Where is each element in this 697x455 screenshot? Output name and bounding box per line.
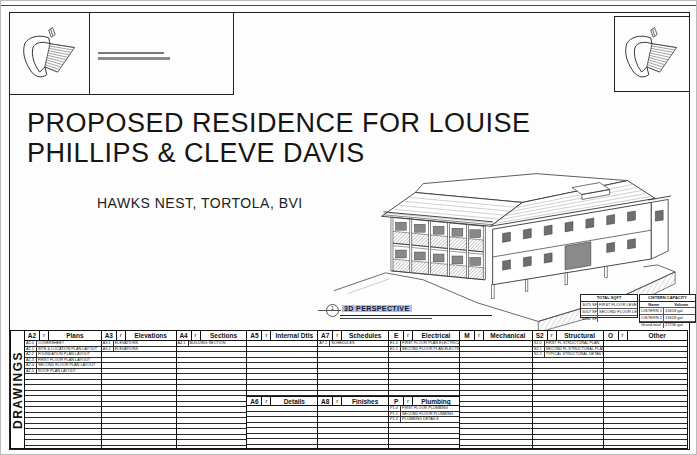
index-empty-row	[604, 446, 687, 449]
drawings-index-groups: A2rPlansA2.0COVERSHEETA2.1SITE & LOCATIO…	[25, 331, 687, 448]
index-group-name: Schedules	[342, 331, 388, 340]
index-group-code: M	[460, 331, 475, 340]
index-group-body	[604, 341, 687, 448]
index-group-structural: S2rStructuralS2.0FIRST FL STRUCTURAL PLA…	[533, 331, 604, 448]
index-subgroup-header: A6rDetails	[247, 396, 317, 406]
firm-info-cell	[90, 13, 233, 94]
cistern-name: Grand total	[640, 322, 664, 328]
sheet-title: SECOND FLOOR PLUMBING	[401, 412, 459, 417]
sheet-number: A2.1	[25, 347, 37, 352]
index-subgroup-rev: r	[404, 397, 413, 405]
cistern-volume: 27236 gal	[664, 322, 695, 328]
sheet-title: ELEVATIONS	[114, 341, 176, 346]
index-group-name: Sections	[201, 331, 247, 340]
sqft-value: 6132 SF	[581, 316, 598, 322]
sqft-level: SECOND FLOOR LEVEL	[598, 309, 637, 315]
sheet-number: S2.2	[533, 352, 545, 357]
sheet-number: E1.1	[389, 347, 401, 352]
sheet-title: BUILDING SECTION	[189, 341, 247, 346]
sqft-row: 3057 SFSECOND FLOOR LEVEL	[581, 309, 637, 316]
index-group-code: A4	[177, 331, 192, 340]
index-subgroup-name: Details	[271, 397, 317, 406]
index-group-sections: A4rSectionsA4.1BUILDING SECTION	[177, 331, 248, 448]
index-group-rev: r	[475, 331, 484, 340]
logo-cell-right	[614, 16, 690, 92]
index-group-name: Other	[628, 331, 687, 340]
index-group-other: OrOther	[604, 331, 687, 448]
index-group-body: E1.0FIRST FLOOR PLAN ELECTRICALE1.1SECON…	[389, 341, 459, 448]
index-subgroup-name: Finishes	[342, 397, 388, 406]
sheet-top-rule	[1, 5, 697, 6]
index-subgroup-code: A6	[247, 397, 262, 405]
cistern-row: CISTERN 213618 gal	[640, 315, 695, 322]
sqft-level	[598, 316, 637, 322]
bird-logo-icon	[19, 20, 81, 88]
sheet-title: SECOND FLOOR PLAN LAYOUT	[37, 363, 101, 368]
index-group-body: A6rDetails	[247, 341, 317, 448]
index-group-rev: r	[262, 331, 271, 340]
index-empty-row	[102, 446, 176, 449]
drawings-side-label: DRAWINGS	[11, 351, 25, 429]
index-group-schedules: A7rSchedulesA7.1SCHEDULESA8rFinishes	[318, 331, 389, 448]
sqft-row: 6132 SF	[581, 316, 637, 322]
index-subgroup-header: PrPlumbing	[389, 396, 459, 406]
sheet: PROPOSED RESIDENCE FOR LOUISE PHILLIPS &…	[0, 0, 697, 455]
sheet-number: A2.3	[25, 358, 37, 363]
index-group-mechanical: MrMechanical	[460, 331, 533, 448]
sheet-title: SITE & LOCATION PLAN LAYOUT	[37, 347, 101, 352]
view-title-rule	[340, 318, 432, 319]
sheet-title: FOUNDATION PLAN LAYOUT	[37, 352, 101, 357]
index-subgroup-rev: r	[262, 397, 271, 405]
index-group-code: E	[389, 331, 404, 340]
sheet-title: ELEVATIONS	[114, 347, 176, 352]
index-group-rev: r	[404, 331, 413, 340]
sqft-row: 3075 SFFIRST FLOOR LEVEL	[581, 302, 637, 309]
sheet-number: A7.1	[318, 341, 330, 346]
page-title-line2: PHILLIPS & CLEVE DAVIS	[27, 138, 531, 168]
index-group-header: ErElectrical	[389, 331, 459, 341]
index-group-header: S2rStructural	[533, 331, 603, 341]
index-group-header: A3rElevations	[102, 331, 176, 341]
sheet-title: SECOND FL STRUCTURAL PLAN	[545, 347, 603, 352]
index-group-code: A7	[318, 331, 333, 340]
view-title-callout: 1 3D PERSPECTIVE	[318, 302, 498, 324]
index-group-code: S2	[533, 331, 548, 340]
sheet-number: A2.4	[25, 363, 37, 368]
sheet-title: FIRST FL STRUCTURAL PLAN	[545, 341, 603, 346]
sheet-border: PROPOSED RESIDENCE FOR LOUISE PHILLIPS &…	[9, 12, 690, 450]
index-group-name: Mechanical	[484, 331, 532, 340]
sheet-number: S2.1	[533, 347, 545, 352]
cistern-header: CISTERN CAPACITY	[640, 295, 695, 302]
index-group-rev: r	[117, 331, 126, 340]
sheet-number: P1.0	[389, 406, 401, 411]
index-group-body: A2.0COVERSHEETA2.1SITE & LOCATION PLAN L…	[25, 341, 101, 448]
sheet-number: P1.2	[389, 417, 401, 422]
index-empty-row	[533, 446, 603, 449]
index-subgroup-header: A8rFinishes	[318, 396, 388, 406]
index-group-body: A4.1BUILDING SECTION	[177, 341, 247, 448]
index-group-body	[460, 341, 532, 448]
index-group-name: Electrical	[413, 331, 459, 340]
total-sqft-table: TOTAL SQFT 3075 SFFIRST FLOOR LEVEL3057 …	[580, 294, 638, 318]
index-group-body: S2.0FIRST FL STRUCTURAL PLANS2.1SECOND F…	[533, 341, 603, 448]
sheet-number: A3.1	[102, 341, 114, 346]
sqft-value: 3075 SF	[581, 302, 598, 308]
drawings-index-table: DRAWINGS A2rPlansA2.0COVERSHEETA2.1SITE …	[10, 330, 688, 449]
bird-logo-icon	[621, 20, 683, 88]
view-number-bubble-icon: 1	[326, 304, 339, 317]
index-empty-row	[460, 446, 532, 449]
sheet-number: A3.2	[102, 347, 114, 352]
index-empty-row	[389, 445, 459, 449]
index-group-plans: A2rPlansA2.0COVERSHEETA2.1SITE & LOCATIO…	[25, 331, 102, 448]
summary-tables: TOTAL SQFT 3075 SFFIRST FLOOR LEVEL3057 …	[580, 294, 696, 323]
cistern-row: CISTERN 113618 gal	[640, 308, 695, 315]
index-group-header: A2rPlans	[25, 331, 101, 341]
cistern-row: Grand total27236 gal	[640, 322, 695, 328]
index-group-name: Elevations	[126, 331, 176, 340]
logo-cell-left	[10, 13, 90, 94]
index-empty-row	[318, 445, 388, 449]
index-empty-row	[177, 446, 247, 449]
index-group-code: A5	[247, 331, 262, 340]
cistern-volume: 13618 gal	[664, 308, 695, 314]
index-group-header: A5rInternal Dtls	[247, 331, 317, 341]
